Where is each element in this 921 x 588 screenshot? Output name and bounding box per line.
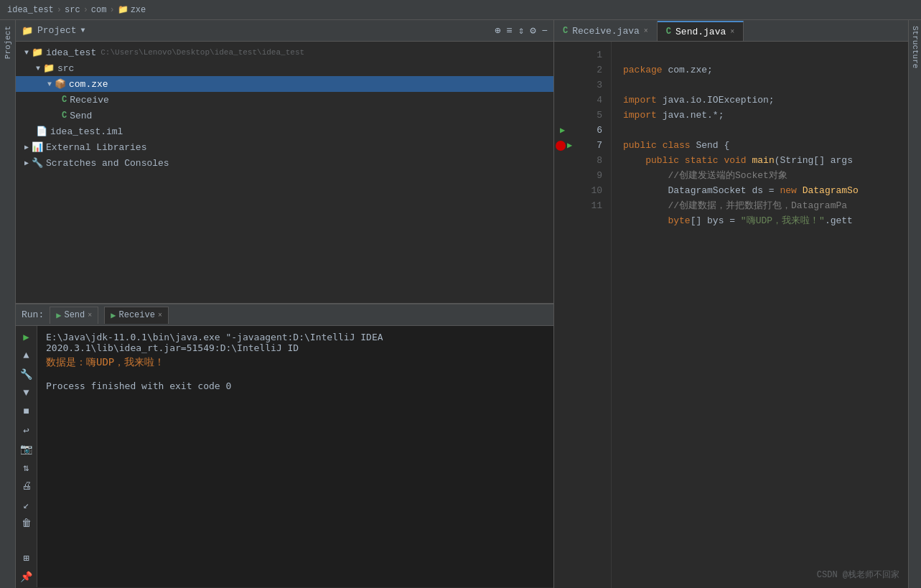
breadcrumb-src[interactable]: src: [65, 5, 80, 15]
locate-icon[interactable]: ⊕: [495, 24, 500, 37]
gutter-row-3: [554, 78, 576, 93]
tree-label-send: Send: [70, 111, 92, 121]
tree-item-ext-libs[interactable]: ▶ 📊 External Libraries: [16, 139, 553, 155]
ext-libs-icon: 📊: [32, 141, 43, 153]
tree-label-scratches: Scratches and Consoles: [46, 158, 169, 169]
run-camera-btn[interactable]: 📷: [19, 441, 34, 457]
line-num-1: 1: [579, 47, 608, 62]
run-pin-btn[interactable]: 📌: [19, 569, 34, 584]
gutter-row-4: [554, 93, 576, 108]
run-layout-btn[interactable]: ⊞: [19, 550, 34, 566]
project-tree: ▼ 📁 idea_test C:\Users\Lenovo\Desktop\id…: [16, 42, 553, 303]
breadcrumb: idea_test › src › com › 📁zxe: [0, 0, 921, 20]
run-tab-send[interactable]: ▶ Send ×: [50, 307, 98, 324]
chevron-com-icon: ▼: [47, 80, 52, 88]
run-tab-send-close[interactable]: ×: [88, 312, 92, 319]
run-arrow-6: ▶: [560, 125, 565, 136]
run-tab-receive-close[interactable]: ×: [158, 312, 162, 319]
tree-label-com-zxe: com.zxe: [69, 79, 108, 90]
run-stop-btn[interactable]: ■: [19, 403, 34, 419]
breakpoint-dot-7: [556, 141, 566, 151]
send-tab-icon: C: [666, 27, 671, 37]
editor-tabs: C Receive.java × C Send.java ×: [554, 20, 908, 42]
gutter-row-5: [554, 108, 576, 123]
project-panel: 📁 Project ▼ ⊕ ≡ ⇕ ⚙ − ▼ 📁 id: [16, 20, 553, 304]
run-wrap-btn[interactable]: ↩: [19, 422, 34, 438]
editor-content: ▶ ▶ 1 2 3 4 5 6 7 8 9: [554, 42, 908, 588]
iml-icon: 📄: [36, 126, 47, 137]
chevron-ext-icon: ▶: [24, 143, 29, 151]
tree-item-scratches[interactable]: ▶ 🔧 Scratches and Consoles: [16, 155, 553, 171]
run-tab-receive[interactable]: ▶ Receive ×: [104, 307, 169, 324]
editor-tab-receive[interactable]: C Receive.java ×: [554, 21, 658, 41]
tree-label-idea_test: idea_test: [46, 47, 96, 58]
tree-label-src: src: [57, 63, 74, 74]
gutter-row-6: ▶: [554, 123, 576, 138]
run-print-btn[interactable]: 🖨: [19, 478, 34, 494]
run-up-btn[interactable]: ▲: [19, 347, 34, 363]
structure-panel: Structure: [908, 20, 921, 588]
collapse-icon[interactable]: ≡: [506, 25, 512, 37]
line-num-4: 4: [579, 93, 608, 108]
breadcrumb-zxe[interactable]: 📁zxe: [118, 4, 146, 15]
scratches-icon: 🔧: [32, 157, 43, 169]
run-output: E:\Java\jdk-11.0.1\bin\java.exe "-javaag…: [37, 326, 553, 587]
chevron-expand-icon: ▼: [24, 49, 29, 57]
left-panel: 📁 Project ▼ ⊕ ≡ ⇕ ⚙ − ▼ 📁 id: [16, 20, 554, 588]
run-wrench-btn[interactable]: 🔧: [19, 366, 34, 382]
run-output-cmd: E:\Java\jdk-11.0.1\bin\java.exe "-javaag…: [46, 332, 545, 353]
breadcrumb-com[interactable]: com: [91, 5, 107, 15]
run-sidebar: ▶ ▲ 🔧 ▼ ■ ↩ 📷 ⇅ 🖨 ↙ 🗑 ⊞ 📌: [16, 326, 37, 587]
run-tab-send-icon: ▶: [56, 310, 61, 321]
tree-path: C:\Users\Lenovo\Desktop\idea_test\idea_t…: [100, 48, 304, 57]
project-title: Project: [37, 25, 77, 36]
tree-label-receive: Receive: [70, 95, 109, 106]
tree-item-com-zxe[interactable]: ▼ 📦 com.zxe: [16, 76, 553, 92]
line-num-5: 5: [579, 108, 608, 123]
run-trash-btn[interactable]: 🗑: [19, 515, 34, 531]
editor-tab-send[interactable]: C Send.java ×: [658, 21, 744, 41]
line-num-8: 8: [579, 153, 608, 168]
line-numbers: 1 2 3 4 5 6 7 8 9 10 11: [576, 42, 612, 588]
tree-item-iml[interactable]: 📄 idea_test.iml: [16, 123, 553, 139]
tree-item-src[interactable]: ▼ 📁 src: [16, 60, 553, 76]
folder-icon: 📁: [32, 47, 43, 58]
run-exit-btn[interactable]: ↙: [19, 497, 34, 513]
breadcrumb-idea_test[interactable]: idea_test: [7, 5, 54, 15]
line-num-3: 3: [579, 78, 608, 93]
code-area[interactable]: package com.zxe; import java.io.IOExcept…: [612, 42, 908, 588]
project-dropdown-icon[interactable]: ▼: [81, 27, 85, 34]
gutter-row-7: ▶: [554, 138, 576, 153]
tree-item-receive[interactable]: C Receive: [16, 92, 553, 108]
tree-item-idea_test[interactable]: ▼ 📁 idea_test C:\Users\Lenovo\Desktop\id…: [16, 45, 553, 60]
watermark: CSDN @栈老师不回家: [817, 569, 899, 581]
line-num-2: 2: [579, 62, 608, 78]
run-tab-receive-icon: ▶: [111, 310, 116, 321]
gutter-row-11: [554, 198, 576, 213]
settings-icon[interactable]: ⚙: [530, 24, 536, 37]
src-folder-icon: 📁: [43, 62, 55, 74]
run-down-btn[interactable]: ▼: [19, 385, 34, 401]
run-content: ▶ ▲ 🔧 ▼ ■ ↩ 📷 ⇅ 🖨 ↙ 🗑 ⊞ 📌 E:\Java\jd: [16, 326, 553, 587]
sort-icon[interactable]: ⇕: [518, 24, 524, 37]
gutter-row-8: [554, 153, 576, 168]
chevron-src-icon: ▼: [36, 65, 40, 73]
project-tab[interactable]: Project: [1, 20, 14, 65]
receive-tab-close[interactable]: ×: [644, 27, 648, 35]
tree-item-send[interactable]: C Send: [16, 108, 553, 123]
structure-label[interactable]: Structure: [911, 26, 920, 68]
line-num-7: 7: [579, 138, 608, 153]
java-class-icon-send: C: [62, 111, 67, 121]
tree-label-iml: idea_test.iml: [50, 126, 123, 137]
run-filter-btn[interactable]: ⇅: [19, 459, 34, 475]
send-tab-close[interactable]: ×: [730, 28, 734, 36]
project-folder-icon: 📁: [22, 25, 33, 37]
left-tab-strip: Project: [0, 20, 16, 588]
run-tab-receive-label: Receive: [119, 310, 155, 320]
close-panel-icon[interactable]: −: [542, 25, 548, 37]
receive-tab-icon: C: [563, 26, 568, 36]
run-play-btn[interactable]: ▶: [19, 329, 34, 345]
run-panel: Run: ▶ Send × ▶ Receive × ▶ ▲ 🔧: [16, 304, 553, 587]
run-header: Run: ▶ Send × ▶ Receive ×: [16, 304, 553, 326]
gutter-row-9: [554, 168, 576, 183]
